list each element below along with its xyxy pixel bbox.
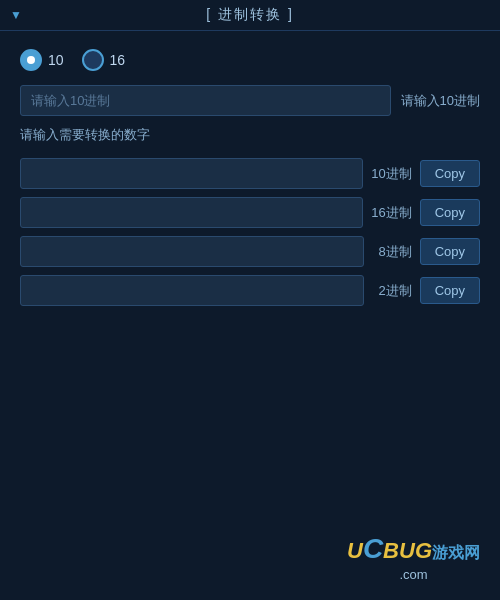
copy-button-16[interactable]: Copy — [420, 199, 480, 226]
result-row-8: 8进制 Copy — [20, 236, 480, 267]
radio-group: 10 16 — [20, 49, 480, 71]
radio-item-10[interactable]: 10 — [20, 49, 64, 71]
main-input[interactable] — [20, 85, 391, 116]
watermark-games: 游戏网 — [432, 543, 480, 564]
radio-label-16: 16 — [110, 52, 126, 68]
watermark-bug: BUG — [383, 538, 432, 564]
radio-label-10: 10 — [48, 52, 64, 68]
result-input-8[interactable] — [20, 236, 364, 267]
result-label-10: 10进制 — [371, 165, 411, 183]
input-placeholder-label: 请输入10进制 — [401, 92, 480, 110]
radio-item-16[interactable]: 16 — [82, 49, 126, 71]
result-label-2: 2进制 — [372, 282, 412, 300]
copy-button-2[interactable]: Copy — [420, 277, 480, 304]
collapse-arrow-icon[interactable]: ▼ — [10, 8, 22, 22]
watermark-u: U — [347, 538, 363, 564]
result-input-2[interactable] — [20, 275, 364, 306]
result-row-16: 16进制 Copy — [20, 197, 480, 228]
hint-text: 请输入需要转换的数字 — [20, 126, 480, 144]
result-row-10: 10进制 Copy — [20, 158, 480, 189]
result-input-16[interactable] — [20, 197, 363, 228]
result-row-2: 2进制 Copy — [20, 275, 480, 306]
result-label-8: 8进制 — [372, 243, 412, 261]
watermark: U C BUG 游戏网 .com — [347, 533, 480, 582]
result-label-16: 16进制 — [371, 204, 411, 222]
watermark-logo: U C BUG 游戏网 — [347, 533, 480, 565]
input-row: 请输入10进制 — [20, 85, 480, 116]
radio-circle-10[interactable] — [20, 49, 42, 71]
radio-circle-16[interactable] — [82, 49, 104, 71]
main-content: 10 16 请输入10进制 请输入需要转换的数字 10进制 Copy 16进制 … — [0, 31, 500, 332]
result-input-10[interactable] — [20, 158, 363, 189]
title-bar: ▼ [ 进制转换 ] — [0, 0, 500, 31]
copy-button-10[interactable]: Copy — [420, 160, 480, 187]
copy-button-8[interactable]: Copy — [420, 238, 480, 265]
watermark-com: .com — [399, 567, 427, 582]
watermark-c: C — [363, 533, 383, 565]
page-title: [ 进制转换 ] — [206, 6, 294, 24]
